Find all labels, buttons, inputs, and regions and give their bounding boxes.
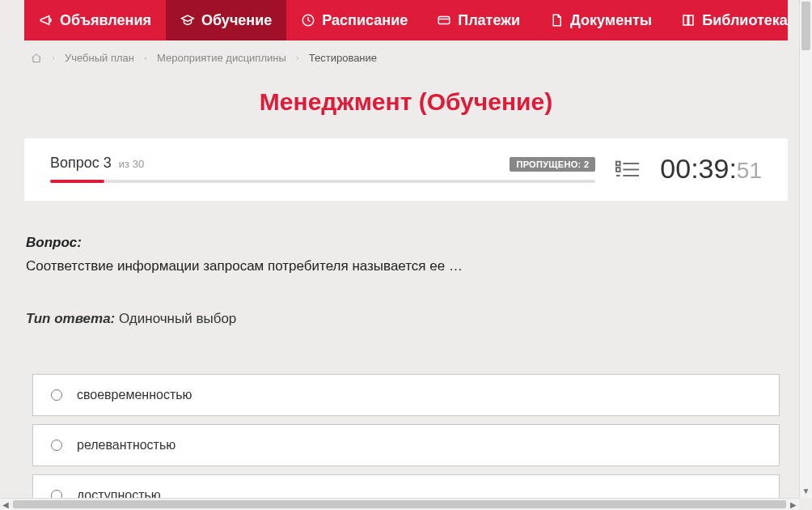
svg-rect-2 — [616, 161, 620, 165]
skipped-badge: ПРОПУЩЕНО: 2 — [510, 157, 595, 172]
scroll-thumb[interactable] — [801, 2, 810, 50]
answers-list: своевременностью релевантностью доступно… — [26, 374, 786, 499]
book-icon — [681, 13, 696, 28]
svg-rect-4 — [616, 168, 620, 172]
main-nav: Объявления Обучение Расписание Платежи Д… — [24, 0, 788, 40]
answer-radio[interactable] — [51, 389, 62, 401]
nav-label: Документы — [570, 12, 652, 29]
nav-label: Расписание — [322, 12, 408, 29]
timer: 00:39:51 — [660, 153, 762, 185]
nav-payments[interactable]: Платежи — [422, 0, 535, 40]
answer-radio[interactable] — [51, 440, 62, 451]
breadcrumb-item-testing: Тестирование — [309, 52, 377, 64]
question-number-value: Вопрос 3 — [50, 155, 112, 171]
question-label: Вопрос: — [26, 235, 786, 251]
chevron-right-icon — [142, 55, 149, 62]
progress-bar — [50, 180, 595, 183]
answer-text: релевантностью — [77, 438, 176, 453]
nav-education[interactable]: Обучение — [166, 0, 286, 40]
megaphone-icon — [39, 13, 53, 28]
nav-schedule[interactable]: Расписание — [286, 0, 422, 40]
scroll-thumb[interactable] — [13, 500, 786, 508]
timer-seconds: 51 — [737, 158, 762, 184]
nav-label: Платежи — [458, 12, 520, 29]
breadcrumb: Учебный план Мероприятие дисциплины Тест… — [24, 40, 788, 70]
answer-type-value: Одиночный выбор — [119, 311, 236, 326]
answer-option[interactable]: релевантностью — [32, 424, 780, 466]
answer-type-label: Тип ответа: — [26, 311, 115, 326]
timer-main: 00:39: — [660, 153, 737, 185]
breadcrumb-item-event[interactable]: Мероприятие дисциплины — [157, 52, 286, 64]
nav-announcements[interactable]: Объявления — [24, 0, 166, 40]
clock-icon — [301, 13, 315, 28]
nav-library[interactable]: Библиотека — [666, 0, 812, 40]
page-title: Менеджмент (Обучение) — [24, 88, 788, 116]
chevron-right-icon — [50, 55, 57, 62]
question-block: Вопрос: Соответствие информации запросам… — [26, 235, 786, 277]
nav-label: Обучение — [201, 12, 272, 29]
answer-option[interactable]: своевременностью — [32, 374, 780, 416]
answer-text: доступностью — [77, 488, 161, 499]
answer-text: своевременностью — [77, 388, 192, 402]
question-number-of: из 30 — [119, 158, 144, 170]
answer-type-row: Тип ответа: Одиночный выбор — [26, 311, 786, 327]
question-header-card: Вопрос 3 из 30 ПРОПУЩЕНО: 2 00:39:51 — [24, 138, 788, 201]
nav-documents[interactable]: Документы — [535, 0, 666, 40]
document-icon — [549, 13, 564, 28]
question-list-button[interactable] — [615, 156, 641, 182]
answer-option[interactable]: доступностью — [32, 474, 780, 499]
nav-label: Библиотека — [702, 12, 788, 29]
answer-radio[interactable] — [51, 490, 62, 499]
graduation-cap-icon — [180, 13, 195, 28]
scroll-down-arrow-icon[interactable]: ▼ — [800, 487, 812, 498]
horizontal-scrollbar[interactable]: ◀ ▶ — [0, 498, 799, 510]
svg-rect-1 — [438, 17, 450, 24]
chevron-right-icon — [294, 55, 301, 62]
question-number: Вопрос 3 из 30 — [50, 155, 144, 172]
scroll-left-arrow-icon[interactable]: ◀ — [0, 499, 11, 510]
question-text: Соответствие информации запросам потреби… — [26, 256, 786, 277]
breadcrumb-item-plan[interactable]: Учебный план — [65, 52, 134, 64]
list-icon — [615, 159, 640, 179]
card-icon — [437, 13, 451, 28]
nav-label: Объявления — [60, 12, 151, 29]
home-icon[interactable] — [31, 53, 42, 64]
vertical-scrollbar[interactable]: ▲ ▼ — [799, 0, 812, 498]
scroll-right-arrow-icon[interactable]: ▶ — [788, 499, 799, 510]
